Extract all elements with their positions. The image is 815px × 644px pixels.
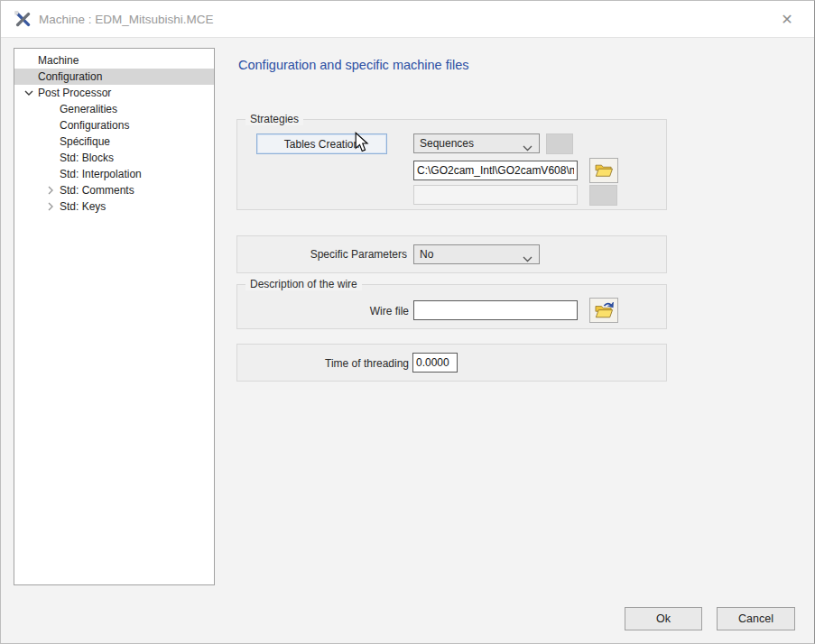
tree-item-label: Std: Interpolation [60, 168, 142, 180]
specific-parameters-label: Specific Parameters [236, 248, 407, 261]
chevron-down-icon [523, 253, 533, 265]
tree-item-label: Spécifique [60, 135, 110, 148]
tree-item-label: Generalities [60, 103, 117, 115]
secondary-extra-button[interactable] [589, 185, 617, 206]
time-of-threading-label: Time of threading [236, 357, 409, 370]
chevron-spacer [20, 52, 38, 69]
chevron-spacer [42, 101, 60, 117]
folder-open-icon [594, 162, 614, 179]
tree-item-machine[interactable]: Machine [14, 52, 214, 69]
strategies-legend: Strategies [245, 113, 303, 125]
tree-item-label: Configuration [38, 70, 102, 83]
chevron-spacer [42, 133, 60, 150]
tree-item-std-keys[interactable]: Std: Keys [14, 198, 214, 215]
tree-item-label: Std: Comments [60, 184, 134, 197]
tree-item-std-interpolation[interactable]: Std: Interpolation [14, 166, 214, 182]
tree-item-std-blocks[interactable]: Std: Blocks [14, 150, 214, 166]
tree-item-label: Std: Blocks [60, 152, 114, 164]
tree-item-label: Configurations [60, 119, 129, 132]
wire-file-label: Wire file [236, 305, 409, 317]
folder-open-blue-arrow-icon [594, 302, 614, 319]
tree-panel: Machine Configuration Post Processor Gen… [14, 48, 215, 585]
chevron-spacer [42, 117, 60, 133]
tree-item-label: Post Processor [38, 87, 111, 99]
chevron-spacer [42, 150, 60, 166]
chevron-down-icon [523, 142, 533, 154]
ok-button[interactable]: Ok [625, 607, 702, 630]
tree-item-label: Std: Keys [60, 200, 106, 213]
wire-file-input[interactable] [413, 300, 578, 320]
chevron-spacer [42, 166, 60, 182]
titlebar: Machine : EDM_Mitsubishi.MCE ✕ [1, 1, 814, 38]
chevron-right-icon[interactable] [42, 182, 60, 198]
page-title: Configuration and specific machine files [238, 58, 469, 72]
tree-item-specifique[interactable]: Spécifique [14, 133, 214, 150]
specific-parameters-value: No [420, 248, 433, 261]
browse-macro-button[interactable] [589, 158, 618, 183]
cancel-button[interactable]: Cancel [717, 607, 795, 630]
chevron-down-icon[interactable] [20, 85, 38, 101]
sequences-dropdown-value: Sequences [420, 137, 474, 150]
chevron-spacer [20, 69, 38, 85]
sequences-dropdown[interactable]: Sequences [413, 133, 540, 153]
tree-item-configurations[interactable]: Configurations [14, 117, 214, 133]
secondary-path-input [413, 185, 578, 205]
tree-item-std-comments[interactable]: Std: Comments [14, 182, 214, 198]
machine-dialog: Machine : EDM_Mitsubishi.MCE ✕ Machine C… [0, 0, 815, 644]
wire-legend: Description of the wire [245, 278, 362, 290]
macro-path-input[interactable] [413, 161, 578, 180]
chevron-right-icon[interactable] [42, 198, 60, 215]
sequences-extra-button[interactable] [546, 133, 573, 154]
browse-wire-button[interactable] [589, 298, 618, 323]
specific-parameters-dropdown[interactable]: No [413, 244, 540, 264]
tables-creation-button[interactable]: Tables Creation [256, 133, 387, 154]
tree-item-label: Machine [38, 54, 79, 67]
tree-item-generalities[interactable]: Generalities [14, 101, 214, 117]
time-of-threading-input[interactable] [412, 353, 458, 373]
tree-item-post-processor[interactable]: Post Processor [14, 85, 214, 101]
close-icon[interactable]: ✕ [776, 9, 798, 31]
tree-item-configuration[interactable]: Configuration [14, 69, 214, 85]
window-title: Machine : EDM_Mitsubishi.MCE [39, 1, 214, 38]
tools-icon [13, 9, 33, 30]
